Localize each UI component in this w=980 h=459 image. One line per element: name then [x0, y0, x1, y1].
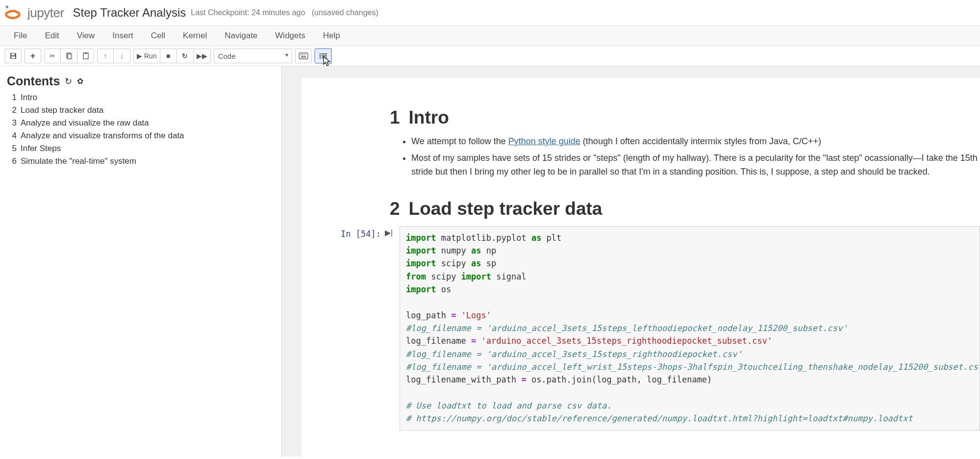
insert-cell-button[interactable]: + — [25, 49, 41, 63]
move-down-button[interactable]: ↓ — [114, 49, 130, 63]
code-editor[interactable]: import matplotlib.pyplot as plt import n… — [400, 226, 980, 431]
code-cell[interactable]: In [54]: ▶| import matplotlib.pyplot as … — [311, 226, 980, 431]
svg-rect-15 — [322, 57, 327, 58]
menu-widgets[interactable]: Widgets — [266, 26, 314, 46]
svg-rect-7 — [302, 54, 303, 55]
toc-item-4[interactable]: 4Analyze and visualize transforms of the… — [7, 129, 275, 142]
cell-type-select[interactable]: Code — [214, 49, 292, 63]
svg-rect-11 — [322, 53, 327, 54]
run-button[interactable]: ▶Run — [133, 49, 160, 63]
arrow-down-icon: ↓ — [120, 52, 124, 60]
svg-point-12 — [319, 55, 321, 57]
interrupt-button[interactable]: ■ — [160, 49, 177, 63]
brand-text: jupyter — [27, 5, 64, 21]
header-bar: jupyter Step Tracker Analysis Last Check… — [0, 0, 980, 26]
list-item: We attempt to follow the Python style gu… — [411, 135, 980, 149]
jupyter-logo-icon — [4, 4, 22, 22]
save-icon — [9, 52, 17, 60]
menu-view[interactable]: View — [68, 26, 104, 46]
toolbar: + ✂ ↑ ↓ ▶Run ■ ↻ ▶▶ Code — [0, 46, 980, 66]
command-palette-button[interactable] — [295, 49, 312, 63]
toc-title: Contents — [7, 74, 60, 88]
list-item: Most of my samples have sets of 15 strid… — [411, 152, 980, 179]
svg-rect-6 — [301, 54, 302, 55]
menu-file[interactable]: File — [5, 26, 36, 46]
svg-rect-8 — [304, 54, 305, 55]
menu-edit[interactable]: Edit — [36, 26, 68, 46]
svg-point-10 — [319, 53, 321, 55]
svg-point-0 — [6, 6, 8, 8]
list-icon — [319, 52, 327, 59]
refresh-icon[interactable]: ↻ — [65, 76, 72, 87]
svg-point-14 — [319, 57, 321, 59]
style-guide-link[interactable]: Python style guide — [508, 136, 580, 146]
menu-insert[interactable]: Insert — [103, 26, 142, 46]
run-icon: ▶ — [137, 52, 142, 60]
notebook-name[interactable]: Step Tracker Analysis — [73, 6, 186, 20]
menu-cell[interactable]: Cell — [142, 26, 174, 46]
toc-item-5[interactable]: 5Infer Steps — [7, 142, 275, 155]
svg-rect-9 — [301, 56, 306, 57]
heading-intro: 1Intro — [390, 107, 980, 128]
toc-toggle-button[interactable] — [315, 49, 331, 63]
paste-button[interactable] — [77, 49, 94, 63]
svg-rect-13 — [322, 55, 327, 56]
checkpoint-text: Last Checkpoint: 24 minutes ago (unsaved… — [191, 8, 378, 17]
copy-button[interactable] — [61, 49, 77, 63]
notebook-area[interactable]: 1Intro We attempt to follow the Python s… — [282, 66, 980, 457]
arrow-up-icon: ↑ — [104, 52, 107, 60]
scissors-icon: ✂ — [50, 52, 55, 60]
stop-icon: ■ — [166, 52, 170, 60]
svg-rect-5 — [299, 53, 308, 59]
menubar: File Edit View Insert Cell Kernel Naviga… — [0, 26, 980, 46]
toc-item-6[interactable]: 6Simulate the "real-time" system — [7, 155, 275, 168]
gear-icon[interactable]: ✿ — [77, 76, 83, 86]
move-up-button[interactable]: ↑ — [97, 49, 114, 63]
run-cell-icon[interactable]: ▶| — [385, 226, 400, 431]
fast-forward-icon: ▶▶ — [197, 52, 207, 60]
paste-icon — [82, 52, 90, 60]
menu-help[interactable]: Help — [314, 26, 349, 46]
toc-item-2[interactable]: 2Load step tracker data — [7, 104, 275, 117]
toc-item-1[interactable]: 1Intro — [7, 91, 275, 104]
restart-button[interactable]: ↻ — [177, 49, 194, 63]
menu-navigate[interactable]: Navigate — [216, 26, 266, 46]
cut-button[interactable]: ✂ — [44, 49, 61, 63]
intro-list: We attempt to follow the Python style gu… — [411, 135, 980, 179]
svg-rect-2 — [68, 54, 72, 59]
svg-rect-4 — [85, 52, 87, 54]
copy-icon — [65, 52, 73, 60]
restart-run-all-button[interactable]: ▶▶ — [194, 49, 211, 63]
heading-load-data: 2Load step tracker data — [390, 199, 980, 219]
plus-icon: + — [30, 51, 36, 61]
menu-kernel[interactable]: Kernel — [174, 26, 216, 46]
toc-item-3[interactable]: 3Analyze and visualize the raw data — [7, 117, 275, 129]
save-button[interactable] — [5, 49, 22, 63]
keyboard-icon — [299, 52, 308, 59]
toc-sidebar: Contents ↻ ✿ 1Intro 2Load step tracker d… — [0, 66, 282, 457]
restart-icon: ↻ — [182, 52, 188, 60]
cell-prompt: In [54]: — [331, 226, 385, 431]
